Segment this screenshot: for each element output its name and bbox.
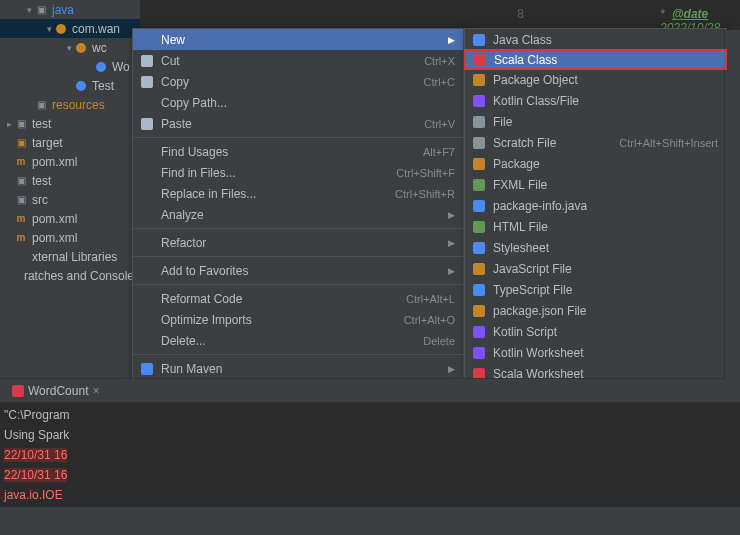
menu-item-find-usages[interactable]: Find UsagesAlt+F7 [133, 141, 463, 162]
close-icon[interactable]: × [92, 384, 99, 398]
package-icon [471, 156, 487, 172]
menu-label: Run Maven [161, 362, 448, 376]
tree-label: src [32, 193, 48, 207]
menu-item-javascript-file[interactable]: JavaScript File [465, 258, 726, 279]
menu-item-kotlin-script[interactable]: Kotlin Script [465, 321, 726, 342]
tree-item[interactable]: mpom.xml [0, 228, 140, 247]
menu-item-reformat-code[interactable]: Reformat CodeCtrl+Alt+L [133, 288, 463, 309]
tree-item[interactable]: ▣target [0, 133, 140, 152]
expand-arrow-icon[interactable]: ▾ [24, 5, 34, 15]
blank-icon [139, 235, 155, 251]
menu-item-html-file[interactable]: HTML File [465, 216, 726, 237]
shortcut-label: Ctrl+C [424, 76, 455, 88]
expand-arrow-icon[interactable]: ▾ [44, 24, 54, 34]
menu-item-kotlin-class-file[interactable]: Kotlin Class/File [465, 90, 726, 111]
menu-label: Find Usages [161, 145, 423, 159]
css-icon [471, 240, 487, 256]
tree-label: Wo [112, 60, 130, 74]
expand-arrow-icon[interactable]: ▾ [64, 43, 74, 53]
submenu-arrow-icon: ▶ [448, 238, 455, 248]
tree-item[interactable]: mpom.xml [0, 152, 140, 171]
tree-item[interactable]: ▾▣java [0, 0, 140, 19]
copy-icon [139, 74, 155, 90]
menu-item-package-info-java[interactable]: package-info.java [465, 195, 726, 216]
menu-item-copy[interactable]: CopyCtrl+C [133, 71, 463, 92]
folder-icon: ▣ [14, 193, 28, 207]
tree-label: pom.xml [32, 212, 77, 226]
scala-icon [12, 385, 24, 397]
menu-label: File [493, 115, 718, 129]
tree-label: ratches and Consoles [24, 269, 140, 283]
tree-item[interactable]: Wo [0, 57, 140, 76]
shortcut-label: Ctrl+Alt+Shift+Insert [619, 137, 718, 149]
menu-label: Add to Favorites [161, 264, 448, 278]
tree-item[interactable]: ▾wc [0, 38, 140, 57]
menu-item-paste[interactable]: PasteCtrl+V [133, 113, 463, 134]
menu-label: Scala Class [494, 53, 717, 67]
blank-icon [139, 291, 155, 307]
menu-label: Paste [161, 117, 424, 131]
paste-icon [139, 116, 155, 132]
tree-item[interactable]: mpom.xml [0, 209, 140, 228]
menu-item-new[interactable]: New▶ [133, 29, 463, 50]
wordcount-tab[interactable]: WordCount × [4, 382, 108, 400]
file-icon [471, 114, 487, 130]
console-output[interactable]: "C:\ProgramUsing Spark22/10/31 1622/10/3… [0, 403, 740, 507]
menu-item-find-in-files-[interactable]: Find in Files...Ctrl+Shift+F [133, 162, 463, 183]
menu-item-scratch-file[interactable]: Scratch FileCtrl+Alt+Shift+Insert [465, 132, 726, 153]
menu-item-fxml-file[interactable]: FXML File [465, 174, 726, 195]
project-tree[interactable]: ▾▣java▾com.wan▾wcWoTest▣resources▸▣test▣… [0, 0, 140, 380]
tree-item[interactable]: ▣resources [0, 95, 140, 114]
folder-icon: ▣ [14, 136, 28, 150]
menu-item-package[interactable]: Package [465, 153, 726, 174]
tree-label: test [32, 117, 51, 131]
menu-item-refactor[interactable]: Refactor▶ [133, 232, 463, 253]
menu-item-kotlin-worksheet[interactable]: Kotlin Worksheet [465, 342, 726, 363]
menu-item-scala-class[interactable]: Scala Class [464, 49, 727, 70]
menu-item-cut[interactable]: CutCtrl+X [133, 50, 463, 71]
maven-icon: m [14, 231, 28, 245]
tree-item[interactable]: ▸▣test [0, 114, 140, 133]
tool-window-tabs[interactable]: WordCount × [0, 379, 740, 403]
menu-label: Replace in Files... [161, 187, 395, 201]
shortcut-label: Ctrl+Shift+F [396, 167, 455, 179]
tree-label: pom.xml [32, 155, 77, 169]
folder-icon: ▣ [14, 117, 28, 131]
tree-label: com.wan [72, 22, 120, 36]
kotlin-icon [471, 93, 487, 109]
expand-arrow-icon[interactable]: ▸ [4, 119, 14, 129]
package-icon [471, 72, 487, 88]
menu-item-java-class[interactable]: Java Class [465, 29, 726, 50]
shortcut-label: Delete [423, 335, 455, 347]
menu-item-file[interactable]: File [465, 111, 726, 132]
blank-icon [139, 312, 155, 328]
tree-item[interactable]: Test [0, 76, 140, 95]
menu-item-package-json-file[interactable]: package.json File [465, 300, 726, 321]
menu-item-optimize-imports[interactable]: Optimize ImportsCtrl+Alt+O [133, 309, 463, 330]
menu-label: HTML File [493, 220, 718, 234]
menu-item-run-maven[interactable]: Run Maven▶ [133, 358, 463, 379]
menu-item-add-to-favorites[interactable]: Add to Favorites▶ [133, 260, 463, 281]
submenu-arrow-icon: ▶ [448, 210, 455, 220]
scala-icon [472, 52, 488, 68]
menu-item-copy-path-[interactable]: Copy Path... [133, 92, 463, 113]
submenu-arrow-icon: ▶ [448, 364, 455, 374]
tree-item[interactable]: ratches and Consoles [0, 266, 140, 285]
menu-item-typescript-file[interactable]: TypeScript File [465, 279, 726, 300]
tree-item[interactable]: ▾com.wan [0, 19, 140, 38]
folder-icon: ▣ [34, 98, 48, 112]
menu-label: Copy [161, 75, 424, 89]
menu-label: package-info.java [493, 199, 718, 213]
menu-item-replace-in-files-[interactable]: Replace in Files...Ctrl+Shift+R [133, 183, 463, 204]
menu-item-stylesheet[interactable]: Stylesheet [465, 237, 726, 258]
blank-icon [139, 263, 155, 279]
tree-label: target [32, 136, 63, 150]
bottom-panel: WordCount × "C:\ProgramUsing Spark22/10/… [0, 378, 740, 535]
tree-item[interactable]: ▣test [0, 171, 140, 190]
menu-item-delete-[interactable]: Delete...Delete [133, 330, 463, 351]
menu-item-analyze[interactable]: Analyze▶ [133, 204, 463, 225]
tree-item[interactable]: xternal Libraries [0, 247, 140, 266]
tree-item[interactable]: ▣src [0, 190, 140, 209]
menu-item-package-object[interactable]: Package Object [465, 69, 726, 90]
tree-label: wc [92, 41, 107, 55]
